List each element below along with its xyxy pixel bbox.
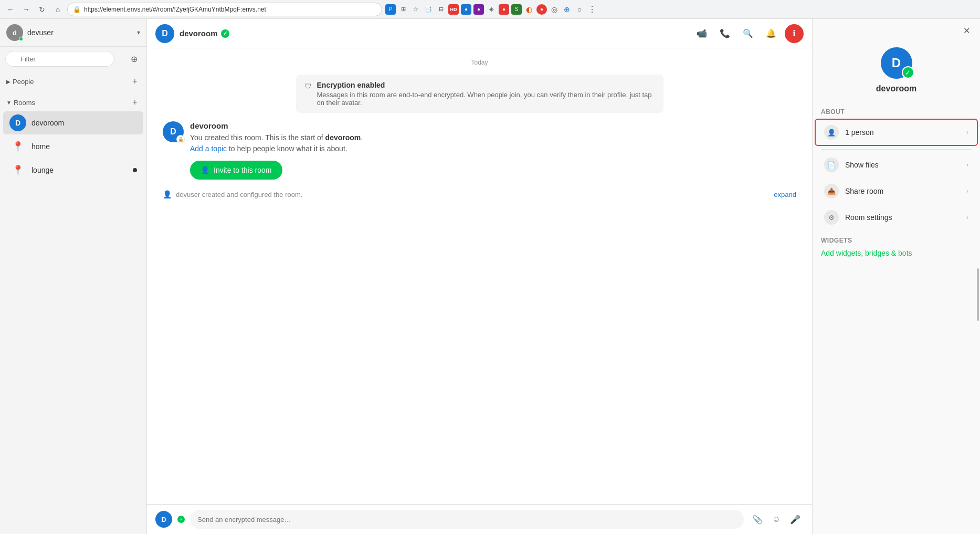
invite-icon: 👤 (201, 166, 209, 174)
forward-button[interactable]: → (20, 3, 33, 16)
right-panel-header: ✕ (813, 19, 980, 42)
ext-star[interactable]: ☆ (410, 4, 421, 15)
lock-icon: 🔒 (73, 6, 81, 13)
browser-bar: ← → ↻ ⌂ 🔒 https://element.envs.net/#/roo… (0, 0, 980, 19)
expand-link[interactable]: expand (774, 191, 796, 198)
message-input[interactable] (190, 510, 744, 529)
add-people-button[interactable]: + (130, 76, 140, 87)
url-bar[interactable]: 🔒 https://element.envs.net/#/room/!Zyefj… (67, 3, 382, 16)
encryption-title: Encryption enabled (317, 81, 655, 89)
people-chevron-icon: › (966, 129, 968, 136)
chat-room-avatar: D (155, 24, 174, 43)
sidebar-header: d devuser ▾ (0, 19, 146, 47)
ext-brown[interactable]: ◎ (549, 4, 560, 15)
message-content: devoroom You created this room. This is … (190, 121, 796, 180)
search-messages-button[interactable]: 🔍 (739, 24, 757, 43)
room-item-home[interactable]: 📍 home (3, 135, 143, 158)
ext-purple[interactable]: ● (473, 4, 484, 15)
invite-to-room-button[interactable]: 👤 Invite to this room (190, 161, 282, 180)
room-info-button[interactable]: ℹ (785, 24, 804, 43)
panel-room-settings-item[interactable]: ⚙ Room settings › (816, 205, 977, 230)
ext-grid[interactable]: ⊞ (398, 4, 408, 15)
user-dropdown-icon[interactable]: ▾ (137, 29, 140, 36)
url-text: https://element.envs.net/#/room/!ZyefjGK… (84, 6, 266, 13)
ext-apps[interactable]: ⊟ (436, 4, 446, 15)
room-profile: D ✓ devoroom (813, 42, 980, 104)
ext-menu[interactable]: ⋮ (587, 4, 597, 15)
close-panel-button[interactable]: ✕ (959, 23, 974, 38)
about-section-label: About (813, 104, 980, 118)
people-section-header[interactable]: ▶ People + (0, 73, 146, 90)
message-block-devoroom: D 🔒 devoroom You created this room. This… (163, 121, 796, 180)
room-item-devoroom[interactable]: D devoroom (3, 111, 143, 134)
room-name-lounge: lounge (31, 166, 128, 174)
ext-orange[interactable]: ◐ (524, 4, 534, 15)
share-room-chevron-icon: › (966, 187, 968, 195)
people-section: ▶ People + (0, 71, 146, 92)
system-message-row: 👤 devuser created and configured the roo… (163, 188, 796, 201)
notifications-button[interactable]: 🔔 (762, 24, 781, 43)
message-text-line2: Add a topic to help people know what it … (190, 143, 796, 154)
panel-scrollbar[interactable] (977, 268, 979, 321)
room-verified-icon: ✓ (221, 29, 229, 38)
voice-message-button[interactable]: 🎤 (787, 511, 804, 528)
refresh-button[interactable]: ↻ (36, 3, 48, 16)
ext-gray1[interactable]: ◈ (486, 4, 497, 15)
room-settings-chevron-icon: › (966, 214, 968, 221)
chat-header: D devoroom ✓ 📹 📞 🔍 🔔 ℹ (147, 19, 812, 48)
ext-blue2[interactable]: ⊕ (562, 4, 572, 15)
emoji-button[interactable]: ☺ (768, 511, 785, 528)
encryption-shield-icon: 🛡 (304, 82, 312, 90)
panel-people-item[interactable]: 👤 1 person › (816, 120, 977, 145)
ext-circle[interactable]: ○ (574, 4, 585, 15)
user-avatar: d (6, 24, 23, 41)
input-actions: 📎 ☺ 🎤 (749, 511, 804, 528)
ext-bookmark[interactable]: 📑 (423, 4, 434, 15)
invite-button-label: Invite to this room (214, 166, 272, 174)
voice-call-button[interactable]: 📞 (715, 24, 734, 43)
room-item-lounge[interactable]: 📍 lounge (3, 159, 143, 182)
message-avatar-lock-icon: 🔒 (176, 135, 185, 143)
people-arrow-icon: ▶ (6, 79, 10, 85)
ext-hd[interactable]: HD (448, 4, 459, 15)
room-name-home: home (31, 142, 137, 151)
room-profile-avatar-wrap: D ✓ (881, 47, 912, 79)
encryption-text: Messages in this room are end-to-end enc… (317, 91, 655, 107)
settings-icon: ⚙ (824, 210, 839, 225)
ext-red1[interactable]: ● (499, 4, 509, 15)
main-chat-area: D devoroom ✓ 📹 📞 🔍 🔔 ℹ Today 🛡 Encryptio… (147, 19, 812, 534)
widgets-section: Widgets Add widgets, bridges & bots (813, 231, 980, 264)
attach-file-button[interactable]: 📎 (749, 511, 766, 528)
show-files-chevron-icon: › (966, 161, 968, 169)
compose-button[interactable]: ⊕ (127, 51, 141, 66)
ext-personal[interactable]: P (385, 4, 396, 15)
room-profile-verified-icon: ✓ (902, 66, 914, 79)
date-divider: Today (163, 59, 796, 66)
people-icon: 👤 (824, 125, 839, 140)
panel-share-room-item[interactable]: 📤 Share room › (816, 179, 977, 204)
ext-red2[interactable]: ● (536, 4, 547, 15)
browser-extensions: P ⊞ ☆ 📑 ⊟ HD ● ● ◈ ● S ◐ ● ◎ ⊕ ○ ⋮ (385, 4, 597, 15)
ext-blue1[interactable]: ● (461, 4, 471, 15)
sidebar: d devuser ▾ 🔍 ⊕ ▶ People + ▼ Rooms (0, 19, 147, 534)
rooms-section-header[interactable]: ▼ Rooms + (0, 94, 146, 111)
chat-room-name: devoroom ✓ (180, 29, 229, 38)
panel-show-files-item[interactable]: 📄 Show files › (816, 152, 977, 177)
app-container: d devuser ▾ 🔍 ⊕ ▶ People + ▼ Rooms (0, 19, 980, 534)
message-sender-name: devoroom (190, 121, 796, 130)
share-room-label: Share room (845, 187, 960, 195)
rooms-arrow-icon: ▼ (6, 100, 12, 106)
filter-input[interactable] (5, 51, 114, 67)
home-button[interactable]: ⌂ (51, 3, 64, 16)
room-name-devoroom: devoroom (31, 119, 137, 127)
user-initial: d (13, 29, 17, 37)
add-topic-link[interactable]: Add a topic (190, 144, 227, 153)
back-button[interactable]: ← (4, 3, 17, 16)
input-verified-icon: ✓ (177, 516, 185, 523)
video-call-button[interactable]: 📹 (692, 24, 711, 43)
filter-wrap: 🔍 (5, 51, 123, 67)
add-widgets-link[interactable]: Add widgets, bridges & bots (821, 249, 912, 257)
room-avatar-devoroom: D (9, 114, 26, 131)
ext-green[interactable]: S (511, 4, 522, 15)
add-room-button[interactable]: + (130, 97, 140, 108)
